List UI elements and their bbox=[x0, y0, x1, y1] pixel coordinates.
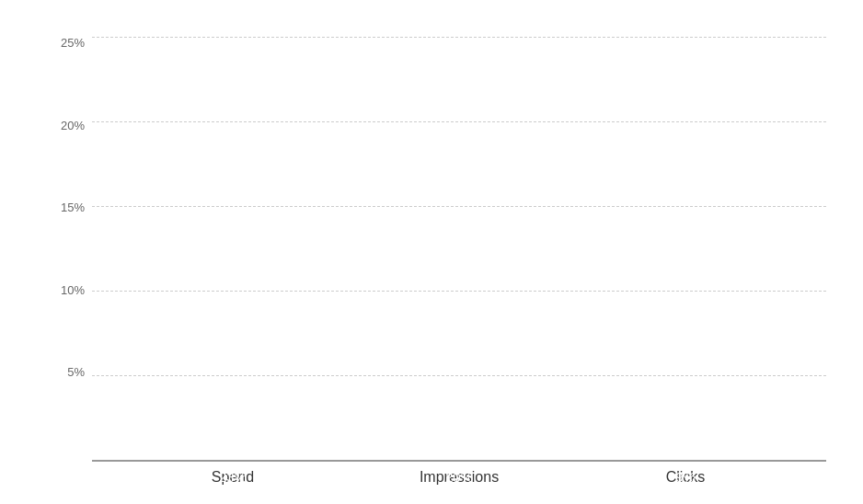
y-tick: 10% bbox=[61, 284, 85, 296]
y-tick: 5% bbox=[67, 366, 85, 378]
y-axis: 25%20%15%10%5% bbox=[55, 37, 92, 486]
grid-and-bars: 23%20%9% bbox=[92, 37, 826, 462]
bars-row: 23%20%9% bbox=[92, 37, 826, 460]
chart-area: 25%20%15%10%5% 23%20%9% SpendImpressions… bbox=[55, 37, 826, 486]
chart-container: 25%20%15%10%5% 23%20%9% SpendImpressions… bbox=[0, 0, 863, 504]
bar-value-label: 9% bbox=[675, 469, 696, 485]
plot-area: 23%20%9% SpendImpressionsClicks bbox=[92, 37, 826, 486]
y-tick: 15% bbox=[61, 201, 85, 213]
bar-value-label: 23% bbox=[219, 469, 247, 485]
y-tick: 25% bbox=[61, 37, 85, 49]
y-tick: 20% bbox=[61, 120, 85, 132]
bar-value-label: 20% bbox=[445, 469, 473, 485]
